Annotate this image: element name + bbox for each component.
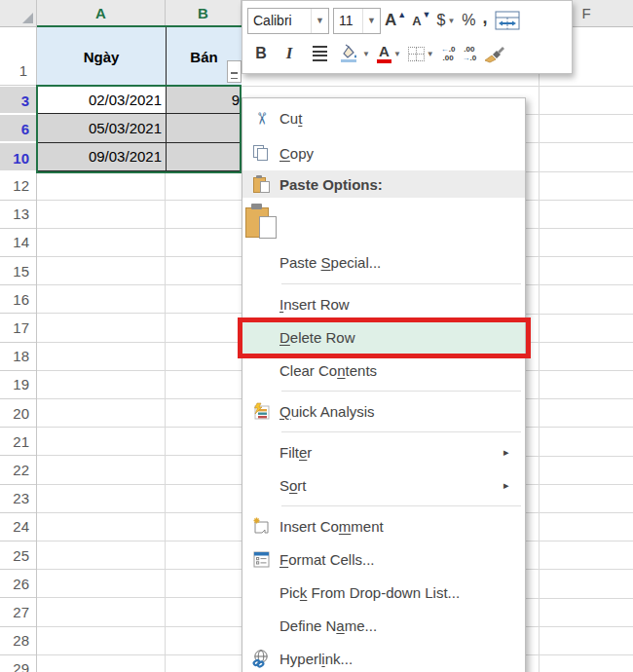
chevron-down-icon[interactable]: ▼ — [362, 9, 380, 33]
font-color-button[interactable]: A ▼ — [374, 39, 404, 68]
merge-center-icon — [495, 11, 520, 30]
cell-b3[interactable]: 9 — [166, 86, 242, 114]
menu-item-pick-from-list[interactable]: Pick From Drop-down List... — [242, 576, 525, 609]
menu-item-paste-button[interactable] — [242, 198, 525, 244]
shrink-font-button[interactable]: A ▼ — [409, 6, 432, 35]
row-cells[interactable] — [37, 343, 242, 371]
chevron-down-icon: ▼ — [447, 17, 455, 25]
row-header-10[interactable]: 10 — [0, 143, 36, 170]
row-cells[interactable] — [37, 171, 242, 200]
menu-item-label: Cut — [279, 110, 525, 127]
row-header-23[interactable]: 23 — [0, 485, 36, 513]
row-cells[interactable] — [37, 456, 242, 484]
format-cells-icon — [242, 551, 279, 568]
row-header-17[interactable]: 17 — [0, 314, 36, 342]
italic-button[interactable]: I — [276, 39, 303, 68]
row-cells[interactable] — [37, 201, 242, 229]
row-header-21[interactable]: 21 — [0, 428, 36, 456]
decrease-decimal-button[interactable]: .00 →.0 — [459, 39, 479, 68]
menu-item-cut[interactable]: ✂Cut — [242, 100, 525, 135]
cell-a10[interactable]: 09/03/2021 — [37, 143, 166, 171]
column-header-b[interactable]: B — [166, 0, 242, 26]
borders-button[interactable]: ▼ — [405, 39, 437, 68]
row-header-29[interactable]: 29 — [0, 655, 36, 672]
select-all-corner[interactable] — [0, 0, 37, 26]
column-header-a[interactable]: A — [37, 0, 166, 26]
row-cells[interactable] — [37, 371, 242, 399]
row-cells[interactable] — [37, 428, 242, 456]
chevron-down-icon[interactable]: ▼ — [311, 9, 328, 33]
mini-toolbar-row-2: B I ▼ A ▼ — [247, 37, 567, 70]
menu-item-clear-contents[interactable]: Clear Contents — [242, 354, 525, 387]
accounting-format-button[interactable]: $ ▼ — [434, 6, 459, 35]
row-header-16[interactable]: 16 — [0, 285, 36, 314]
row-header-3[interactable]: 3 — [0, 87, 36, 114]
cell-b6[interactable] — [166, 114, 242, 142]
row-header-25[interactable]: 25 — [0, 541, 36, 570]
menu-item-label: Hyperlink... — [279, 651, 525, 667]
row-header-27[interactable]: 27 — [0, 598, 36, 626]
row-header-20[interactable]: 20 — [0, 399, 36, 428]
autofilter-button[interactable] — [227, 60, 242, 83]
row-cells[interactable] — [37, 314, 242, 342]
row-cells[interactable] — [37, 285, 242, 314]
font-name-combo[interactable]: Calibri ▼ — [247, 8, 329, 34]
cell-a3[interactable]: 02/03/2021 — [37, 86, 166, 114]
menu-item-define-name[interactable]: Define Name... — [242, 609, 525, 642]
row-header-24[interactable]: 24 — [0, 513, 36, 541]
row-cells[interactable] — [37, 485, 242, 513]
row-cells[interactable] — [37, 541, 242, 570]
menu-item-label: Filter — [279, 444, 503, 461]
menu-item-hyperlink[interactable]: Hyperlink... — [242, 642, 525, 672]
row-cells[interactable] — [37, 257, 242, 285]
merge-center-button[interactable] — [492, 6, 523, 35]
cell-b10[interactable] — [166, 143, 242, 171]
menu-item-insert-comment[interactable]: Insert Comment — [242, 509, 525, 542]
cell-a1[interactable]: Ngày — [37, 27, 166, 86]
menu-item-format-cells[interactable]: Format Cells... — [242, 542, 525, 576]
fill-color-button[interactable]: ▼ — [336, 39, 373, 68]
row-header-13[interactable]: 13 — [0, 201, 36, 229]
row-cells[interactable] — [37, 229, 242, 257]
row-header-28[interactable]: 28 — [0, 627, 36, 655]
grow-font-button[interactable]: A ▲ — [382, 6, 408, 35]
row-header-22[interactable]: 22 — [0, 456, 36, 484]
row-cells[interactable] — [37, 570, 242, 598]
menu-item-paste-options[interactable]: Paste Options: — [242, 170, 525, 198]
row-header-15[interactable]: 15 — [0, 257, 36, 285]
row-cells[interactable] — [37, 513, 242, 541]
format-painter-icon — [483, 44, 506, 63]
row-cells[interactable] — [37, 655, 242, 672]
percent-style-button[interactable]: % — [459, 6, 478, 35]
format-painter-button[interactable] — [480, 39, 509, 68]
row-cells[interactable] — [37, 627, 242, 655]
row-cells[interactable] — [37, 399, 242, 428]
row-header-1[interactable]: 1 — [0, 27, 36, 86]
menu-item-paste-special[interactable]: Paste Special... — [242, 244, 525, 280]
menu-item-sort[interactable]: Sort▸ — [242, 468, 525, 502]
row-header-12[interactable]: 12 — [0, 171, 36, 200]
sheet-row-26: 26 — [0, 570, 242, 598]
row-header-19[interactable]: 19 — [0, 371, 36, 399]
menu-item-filter[interactable]: Filter▸ — [242, 435, 525, 468]
menu-item-insert-row[interactable]: Insert Row — [242, 287, 525, 320]
center-align-button[interactable] — [304, 39, 335, 68]
comma-style-button[interactable]: , — [480, 6, 491, 35]
row-header-26[interactable]: 26 — [0, 570, 36, 598]
increase-decimal-button[interactable]: ←.0 .00 — [438, 39, 459, 68]
font-size-combo[interactable]: 11 ▼ — [333, 8, 381, 34]
bold-button[interactable]: B — [247, 39, 275, 68]
menu-item-label: Paste Special... — [279, 254, 525, 271]
row-header-18[interactable]: 18 — [0, 343, 36, 371]
row-header-6[interactable]: 6 — [0, 115, 36, 142]
sheet-row-27: 27 — [0, 598, 242, 626]
menu-item-copy[interactable]: Copy — [242, 135, 525, 170]
menu-item-delete-row[interactable]: Delete Row — [242, 320, 525, 354]
select-all-triangle-icon — [22, 13, 33, 23]
cell-a6[interactable]: 05/03/2021 — [37, 114, 166, 142]
submenu-arrow-icon: ▸ — [503, 479, 525, 492]
row-header-14[interactable]: 14 — [0, 229, 36, 257]
menu-item-quick-analysis[interactable]: Quick Analysis — [242, 394, 525, 428]
row-cells[interactable] — [37, 598, 242, 626]
sheet-row-16: 16 — [0, 285, 242, 314]
